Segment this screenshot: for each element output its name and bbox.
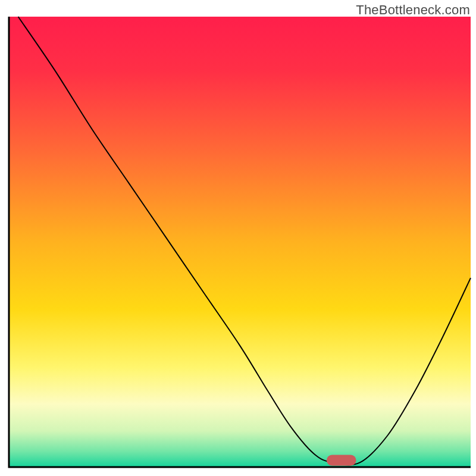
gradient-background bbox=[9, 17, 471, 467]
chart-frame: TheBottleneck.com bbox=[0, 0, 476, 476]
optimal-marker bbox=[327, 455, 356, 466]
watermark-label: TheBottleneck.com bbox=[356, 2, 470, 18]
bottleneck-chart bbox=[0, 0, 476, 476]
